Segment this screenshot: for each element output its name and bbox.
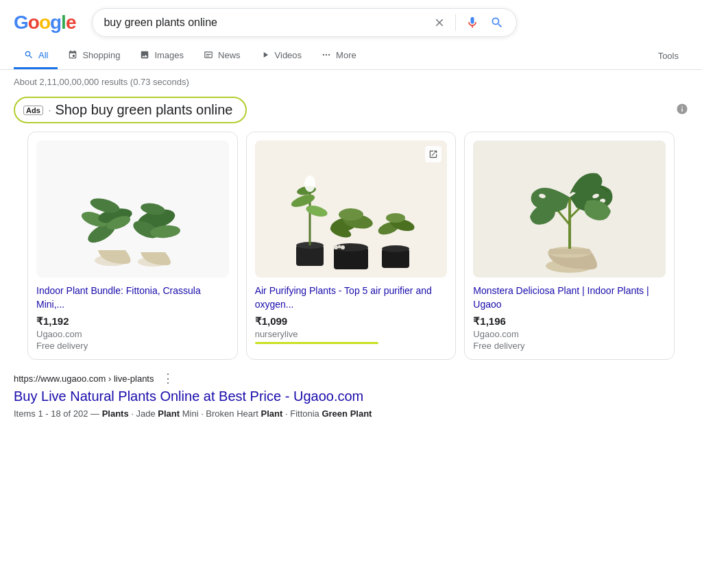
tab-more[interactable]: More [311,42,366,69]
product-delivery-3: Free delivery [473,341,666,351]
product-price-2: ₹1,099 [255,315,448,328]
product-card-1: Indoor Plant Bundle: Fittonia, Crassula … [27,132,238,360]
search-submit-button[interactable] [489,14,505,31]
product-image-1 [36,140,229,278]
product-price-3: ₹1,196 [473,315,666,328]
product-title-2[interactable]: Air Purifying Plants - Top 5 air purifie… [255,284,448,311]
ads-badge: Ads [23,106,43,115]
svg-point-21 [304,175,315,192]
product-cards: Indoor Plant Bundle: Fittonia, Crassula … [14,132,688,360]
svg-rect-38 [549,249,590,254]
header: Google buy green plants online [0,0,702,42]
result-url: https://www.ugaoo.com › live-plants ⋮ [14,371,688,386]
svg-marker-0 [263,52,267,58]
tab-images-label: Images [154,50,184,60]
product-image-2 [255,140,448,278]
product-card-2: Air Purifying Plants - Top 5 air purifie… [246,132,457,360]
ads-label-circle: Ads · Shop buy green plants online [14,97,247,123]
svg-point-32 [386,213,405,223]
tab-shopping[interactable]: Shopping [58,42,130,69]
expand-icon-2[interactable] [425,146,441,162]
ads-title: Shop buy green plants online [55,102,232,118]
highlight-bar [255,342,378,344]
product-card-3: Monstera Deliciosa Plant | Indoor Plants… [464,132,675,360]
product-image-3 [473,140,666,278]
svg-point-29 [382,245,409,252]
result-options-button[interactable]: ⋮ [159,371,177,386]
product-seller-2: nurserylive [255,329,448,339]
svg-point-1 [323,54,324,56]
search-tab-icon [23,49,34,60]
tab-images[interactable]: Images [130,42,193,69]
result-snippet: Items 1 - 18 of 202 — Plants · Jade Plan… [14,407,688,421]
svg-point-33 [334,245,338,249]
tab-all[interactable]: All [14,42,58,69]
svg-point-19 [305,204,329,219]
product-price-1: ₹1,192 [36,315,229,328]
result-url-text: https://www.ugaoo.com › live-plants [14,373,154,384]
nav-tabs: All Shopping Images News Vid [0,42,702,70]
clear-button[interactable] [432,15,447,30]
svg-point-3 [328,54,330,56]
product-title-3[interactable]: Monstera Deliciosa Plant | Indoor Plants… [473,284,666,311]
search-bar: buy green plants online [92,8,517,37]
svg-point-2 [326,54,327,56]
product-delivery-1: Free delivery [36,341,229,351]
more-tab-icon [321,49,332,60]
tab-news-label: News [218,50,241,60]
search-bar-icons [432,14,505,31]
videos-tab-icon [260,49,271,60]
ads-section: Ads · Shop buy green plants online [0,91,702,360]
tools-button[interactable]: Tools [649,44,688,68]
results-info: About 2,11,00,00,000 results (0.73 secon… [0,70,702,91]
google-logo: Google [14,12,75,34]
result-title[interactable]: Buy Live Natural Plants Online at Best P… [14,389,688,404]
divider [455,14,456,31]
news-tab-icon [203,49,214,60]
tab-shopping-label: Shopping [82,50,120,60]
tab-news[interactable]: News [193,42,250,69]
search-input[interactable]: buy green plants online [104,16,425,29]
product-title-1[interactable]: Indoor Plant Bundle: Fittonia, Crassula … [36,284,229,311]
tab-videos[interactable]: Videos [250,42,312,69]
voice-search-button[interactable] [464,14,481,31]
shopping-tab-icon [67,49,78,60]
tab-more-label: More [336,50,356,60]
ads-info-icon[interactable] [676,103,688,118]
tab-videos-label: Videos [275,50,302,60]
product-seller-3: Ugaoo.com [473,329,666,339]
svg-point-35 [341,245,345,249]
svg-point-26 [339,208,363,221]
product-seller-1: Ugaoo.com [36,329,229,339]
organic-result: https://www.ugaoo.com › live-plants ⋮ Bu… [0,360,702,426]
ads-header: Ads · Shop buy green plants online [14,97,688,123]
images-tab-icon [139,49,150,60]
svg-point-34 [337,245,341,248]
tab-all-label: All [38,50,48,60]
